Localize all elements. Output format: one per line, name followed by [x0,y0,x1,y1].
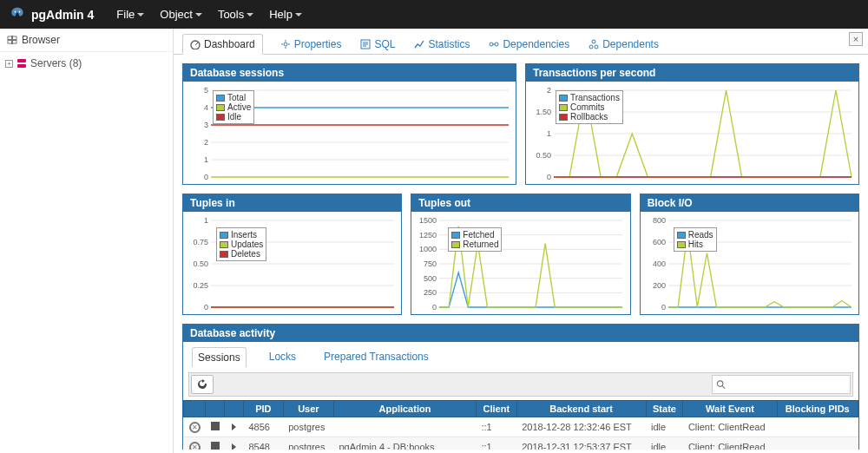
panel-title: Database sessions [183,64,516,82]
tree-node-label: Servers (8) [30,57,82,69]
svg-text:400: 400 [653,259,666,268]
search-icon [716,379,726,390]
main-tabs: Dashboard Properties SQL Statistics Depe… [174,29,868,55]
pgadmin-logo-icon [9,6,26,23]
terminate-icon[interactable] [211,442,220,450]
panel-tuples-in: Tuples in 00.250.500.751 Inserts Updates… [182,194,402,315]
svg-text:0: 0 [432,303,437,311]
panel-title: Tuples out [411,194,629,212]
svg-text:0.50: 0.50 [193,259,208,268]
tab-dependents[interactable]: Dependents [587,35,661,54]
cell-start: 2018-12-31 12:53:37 EST [516,437,646,450]
tab-dependencies[interactable]: Dependencies [487,35,571,54]
menu-help[interactable]: Help [269,8,302,21]
cancel-icon[interactable]: ✕ [189,442,201,450]
svg-text:2: 2 [204,138,208,147]
svg-rect-4 [17,64,26,68]
statistics-icon [414,39,424,49]
cell-pid: 8548 [244,437,284,450]
chevron-down-icon [247,13,253,16]
chevron-down-icon [137,13,144,16]
col-header[interactable]: Blocking PIDs [777,401,858,417]
tab-sql[interactable]: SQL [358,35,397,54]
panel-tps: Transactions per second 00.5011.502 Tran… [525,63,859,185]
col-header[interactable]: User [283,401,333,417]
tab-statistics[interactable]: Statistics [412,35,471,54]
activity-subtabs: Sessions Locks Prepared Transactions [183,342,858,372]
cell-app [333,417,476,437]
subtab-prepared[interactable]: Prepared Transactions [319,347,434,367]
table-row[interactable]: ✕ 8548 postgres pgAdmin 4 - DB:books ::1… [184,437,858,450]
svg-text:2: 2 [547,86,551,95]
search-input[interactable] [726,379,846,390]
cancel-icon[interactable]: ✕ [189,422,201,433]
svg-text:200: 200 [653,281,666,290]
panel-block-io: Block I/O 0200400600800 Reads Hits [640,194,859,315]
svg-text:1: 1 [204,216,208,225]
browser-sidebar: Browser + Servers (8) [0,29,174,453]
col-header[interactable] [206,401,225,417]
refresh-button[interactable] [191,375,214,394]
panel-tuples-out: Tuples out 0250500750100012501500 Fetche… [411,194,630,315]
svg-point-10 [592,40,595,43]
menu-object[interactable]: Object [160,8,202,21]
cell-state: idle [646,437,683,450]
svg-text:0.25: 0.25 [193,281,208,290]
tree-node-servers[interactable]: + Servers (8) [5,56,168,71]
sql-icon [360,39,371,49]
col-header[interactable]: Application [333,401,476,417]
cell-app: pgAdmin 4 - DB:books [333,437,476,450]
subtab-sessions[interactable]: Sessions [192,347,247,367]
svg-text:1.50: 1.50 [536,108,551,116]
svg-point-12 [595,45,598,49]
svg-text:3: 3 [204,121,208,129]
menu-tools[interactable]: Tools [218,8,253,21]
cell-blocking [777,417,858,437]
close-panel-button[interactable]: × [849,32,863,46]
cell-state: idle [646,417,683,437]
col-header[interactable]: State [646,401,683,417]
svg-text:1: 1 [204,155,208,164]
dashboard-icon [190,39,201,49]
main-menu: File Object Tools Help [116,8,302,21]
browser-icon [7,35,17,45]
refresh-icon [196,378,208,391]
dependencies-icon [489,39,499,49]
expand-icon[interactable] [232,443,236,450]
legend: Transactions Commits Rollbacks [556,90,623,124]
expand-icon[interactable] [232,423,236,430]
col-header[interactable]: Wait Event [683,401,777,417]
svg-text:750: 750 [424,259,437,268]
tab-properties[interactable]: Properties [279,35,344,54]
col-header[interactable]: PID [244,401,284,417]
search-box[interactable] [712,375,851,394]
col-header[interactable] [225,401,244,417]
svg-point-11 [589,45,593,49]
table-row[interactable]: ✕ 4856 postgres ::1 2018-12-28 12:32:46 … [184,417,858,437]
svg-text:1250: 1250 [419,231,437,240]
legend: Inserts Updates Deletes [216,227,266,261]
svg-point-9 [495,43,498,46]
panel-sessions: Database sessions 012345 Total Active Id… [182,63,516,185]
subtab-locks[interactable]: Locks [264,347,301,367]
browser-title: Browser [0,29,173,52]
col-header[interactable]: Client [476,401,516,417]
col-header[interactable] [184,401,206,417]
svg-point-8 [490,43,493,46]
tree-expand-icon[interactable]: + [5,60,13,68]
legend: Reads Hits [674,227,717,252]
svg-text:0: 0 [547,173,551,181]
col-header[interactable]: Backend start [516,401,646,417]
sessions-table: PIDUserApplicationClientBackend startSta… [183,400,858,450]
legend: Total Active Idle [213,90,254,124]
svg-text:1: 1 [547,129,551,138]
tab-dashboard[interactable]: Dashboard [182,34,263,55]
terminate-icon[interactable] [211,422,220,430]
svg-point-0 [15,10,16,12]
cell-pid: 4856 [244,417,284,437]
menu-file[interactable]: File [116,8,144,21]
chevron-down-icon [195,13,202,16]
svg-rect-3 [17,59,26,62]
panel-title: Block I/O [641,194,858,212]
svg-text:1500: 1500 [419,216,437,225]
